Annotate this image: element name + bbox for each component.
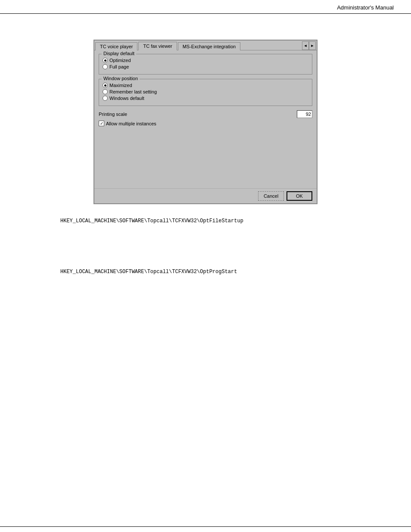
allow-multiple-row: Allow multiple instances xyxy=(99,121,312,126)
spacer-between-registry xyxy=(26,233,385,259)
radio-windows-default-row: Windows default xyxy=(103,96,308,101)
radio-windows-default-label: Windows default xyxy=(109,96,144,101)
printing-scale-label: Printing scale xyxy=(99,112,127,117)
display-default-group: Display default Optimized Full page xyxy=(99,54,312,75)
cancel-button[interactable]: Cancel xyxy=(258,191,284,201)
tab-ms-exchange[interactable]: MS-Exchange integration xyxy=(178,42,241,50)
radio-windows-default[interactable] xyxy=(103,96,108,101)
radio-maximized-row: Maximized xyxy=(103,83,308,88)
dialog-footer: Cancel OK xyxy=(94,188,317,203)
registry-entry-2: HKEY_LOCAL_MACHINE\SOFTWARE\Topcall\TCFX… xyxy=(60,268,351,276)
tab-tc-voice-player[interactable]: TC voice player xyxy=(95,42,137,50)
page-footer xyxy=(0,526,411,532)
printing-scale-input[interactable]: 92 xyxy=(297,110,312,118)
ok-button[interactable]: OK xyxy=(286,191,312,201)
radio-maximized-label: Maximized xyxy=(109,83,132,88)
allow-multiple-checkbox[interactable] xyxy=(99,121,104,126)
radio-optimized-row: Optimized xyxy=(103,58,308,63)
window-position-legend: Window position xyxy=(102,76,140,81)
radio-remember-row: Remember last setting xyxy=(103,89,308,94)
bottom-spacer xyxy=(26,284,385,327)
radio-remember[interactable] xyxy=(103,89,108,94)
display-default-legend: Display default xyxy=(102,51,136,56)
radio-maximized[interactable] xyxy=(103,83,108,88)
printing-scale-row: Printing scale 92 xyxy=(99,110,312,118)
tab-scroll-left-btn[interactable]: ◄ xyxy=(302,41,309,50)
radio-full-page[interactable] xyxy=(103,64,108,69)
window-position-options: Maximized Remember last setting Windows … xyxy=(103,83,308,101)
radio-fullpage-row: Full page xyxy=(103,64,308,69)
window-position-group: Window position Maximized Remember last … xyxy=(99,79,312,106)
radio-full-page-label: Full page xyxy=(109,64,129,69)
display-default-options: Optimized Full page xyxy=(103,58,308,69)
dialog-spacer xyxy=(99,129,312,185)
manual-title: Administrator's Manual xyxy=(337,4,394,11)
radio-remember-label: Remember last setting xyxy=(109,89,157,94)
radio-optimized[interactable] xyxy=(103,58,108,63)
tab-scroll-right-btn[interactable]: ► xyxy=(309,41,316,50)
dialog-body: Display default Optimized Full page Wind… xyxy=(94,50,317,188)
settings-dialog: TC voice player TC fax viewer MS-Exchang… xyxy=(93,40,318,204)
radio-optimized-label: Optimized xyxy=(109,58,131,63)
page-body: TC voice player TC fax viewer MS-Exchang… xyxy=(0,14,411,345)
allow-multiple-label: Allow multiple instances xyxy=(106,121,156,126)
page-header: Administrator's Manual xyxy=(0,0,411,14)
registry-entry-1: HKEY_LOCAL_MACHINE\SOFTWARE\Topcall\TCFX… xyxy=(60,217,351,225)
tab-scroll-buttons: ◄ ► xyxy=(302,41,316,50)
tab-bar: TC voice player TC fax viewer MS-Exchang… xyxy=(94,40,317,50)
tab-tc-fax-viewer[interactable]: TC fax viewer xyxy=(138,42,177,50)
